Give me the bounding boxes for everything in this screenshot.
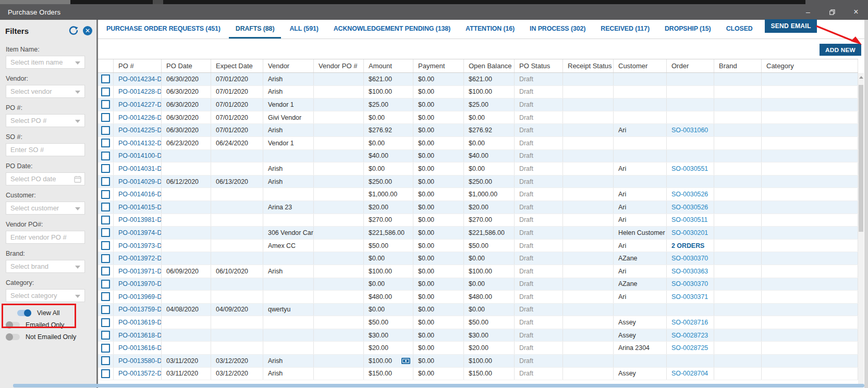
- add-new-button[interactable]: ADD NEW: [820, 44, 861, 56]
- filter-input-vendor-po[interactable]: Enter vendor PO #: [6, 231, 85, 244]
- row-checkbox[interactable]: [101, 190, 110, 199]
- scroll-up-arrow-icon[interactable]: [859, 76, 863, 79]
- order-link[interactable]: SO-0028725: [671, 344, 708, 352]
- po-number-link[interactable]: PO-0013969-D: [118, 293, 162, 301]
- row-checkbox[interactable]: [101, 331, 110, 340]
- po-number-link[interactable]: PO-0013619-D: [118, 319, 162, 326]
- row-checkbox[interactable]: [101, 318, 110, 327]
- horizontal-scrollbar-thumb[interactable]: [13, 384, 864, 387]
- tab-acknowledgement-pending-138[interactable]: ACKNOWLEDGEMENT PENDING (138): [327, 20, 457, 39]
- order-link[interactable]: SO-0030511: [671, 216, 707, 223]
- toggle-switch-emailed-only[interactable]: [6, 322, 20, 328]
- po-number-link[interactable]: PO-0013972-D: [118, 255, 162, 262]
- row-checkbox[interactable]: [101, 305, 110, 314]
- filter-input-po[interactable]: Select PO #: [6, 114, 85, 127]
- row-checkbox[interactable]: [101, 177, 110, 186]
- po-number-link[interactable]: PO-0014016-D: [118, 191, 162, 198]
- row-checkbox[interactable]: [101, 254, 110, 263]
- row-checkbox[interactable]: [101, 292, 110, 301]
- row-checkbox[interactable]: [101, 216, 110, 224]
- po-number-link[interactable]: PO-0014132-D: [118, 140, 162, 147]
- po-number-link[interactable]: PO-0013974-D: [118, 229, 162, 236]
- cell-payment: $0.00: [413, 368, 464, 380]
- order-link[interactable]: SO-0030370: [671, 255, 708, 262]
- cell-customer: [614, 150, 667, 162]
- po-status-text: Draft: [519, 191, 533, 198]
- po-number-link[interactable]: PO-0014100-D: [118, 152, 162, 159]
- tab-closed[interactable]: CLOSED: [719, 20, 760, 39]
- po-number-link[interactable]: PO-0014029-D: [118, 178, 162, 185]
- tab-all-591[interactable]: ALL (591): [283, 20, 325, 39]
- po-number-link[interactable]: PO-0014015-D: [118, 204, 162, 211]
- filter-input-customer[interactable]: Select customer: [6, 202, 85, 215]
- close-button[interactable]: ×: [844, 4, 868, 20]
- order-link[interactable]: SO-0030371: [671, 293, 708, 301]
- filter-input-brand[interactable]: Select brand: [6, 260, 85, 273]
- po-number-link[interactable]: PO-0013759-D: [118, 306, 162, 313]
- restore-button[interactable]: [820, 4, 844, 20]
- row-checkbox[interactable]: [101, 280, 110, 289]
- po-number-link[interactable]: PO-0014225-D: [118, 127, 162, 134]
- refresh-icon[interactable]: [68, 26, 79, 36]
- order-link[interactable]: 2 ORDERS: [671, 242, 704, 249]
- tab-drafts-88[interactable]: DRAFTS (88): [229, 20, 282, 39]
- po-number-link[interactable]: PO-0013981-D: [118, 216, 162, 223]
- row-checkbox[interactable]: [101, 113, 110, 122]
- po-number-link[interactable]: PO-0013580-D: [118, 357, 162, 365]
- send-email-button[interactable]: SEND EMAIL: [765, 19, 817, 33]
- tab-in-process-302[interactable]: IN PROCESS (302): [523, 20, 592, 39]
- po-number-link[interactable]: PO-0013970-D: [118, 280, 162, 287]
- po-number-link[interactable]: PO-0014228-D: [118, 88, 162, 95]
- order-link[interactable]: SO-0030551: [671, 165, 708, 172]
- toggle-switch-view-all[interactable]: [17, 310, 31, 316]
- order-link[interactable]: SO-0028704: [671, 370, 708, 377]
- row-checkbox[interactable]: [101, 203, 110, 211]
- row-checkbox[interactable]: [101, 126, 110, 135]
- row-checkbox[interactable]: [101, 139, 110, 147]
- order-link[interactable]: SO-0030370: [671, 280, 708, 287]
- vertical-scrollbar[interactable]: [858, 73, 864, 384]
- row-checkbox[interactable]: [101, 87, 110, 96]
- order-link[interactable]: SO-0028716: [671, 319, 708, 326]
- order-link[interactable]: SO-0030363: [671, 268, 708, 275]
- row-checkbox[interactable]: [101, 152, 110, 160]
- row-checkbox[interactable]: [101, 100, 110, 109]
- filter-input-category[interactable]: Select category: [6, 289, 85, 302]
- close-filters-icon[interactable]: ✕: [83, 26, 92, 35]
- order-link[interactable]: SO-0031060: [671, 127, 708, 134]
- po-number-link[interactable]: PO-0014227-D: [118, 101, 162, 108]
- order-link[interactable]: SO-0028723: [671, 332, 708, 339]
- row-checkbox[interactable]: [101, 164, 110, 173]
- tab-dropship-15[interactable]: DROPSHIP (15): [658, 20, 718, 39]
- po-number-link[interactable]: PO-0013973-D: [118, 242, 162, 249]
- po-number-link[interactable]: PO-0013572-D: [118, 370, 162, 377]
- row-checkbox[interactable]: [101, 267, 110, 276]
- row-checkbox[interactable]: [101, 241, 110, 250]
- filter-input-vendor[interactable]: Select vendor: [6, 85, 85, 98]
- order-link[interactable]: SO-0030201: [671, 229, 708, 236]
- po-number-link[interactable]: PO-0014031-D: [118, 165, 162, 172]
- amount-wrap: $20.00: [369, 204, 413, 211]
- row-checkbox[interactable]: [101, 74, 110, 83]
- po-number-link[interactable]: PO-0013971-D: [118, 268, 162, 275]
- filter-input-item-name[interactable]: Select item name: [6, 56, 85, 69]
- po-number-link[interactable]: PO-0014226-D: [118, 114, 162, 121]
- po-number-link[interactable]: PO-0013618-D: [118, 332, 162, 339]
- tab-received-117[interactable]: RECEIVED (117): [594, 20, 656, 39]
- filter-input-po-date[interactable]: Select PO date: [6, 172, 85, 185]
- order-link[interactable]: SO-0030526: [671, 204, 708, 211]
- minimize-button[interactable]: –: [796, 4, 820, 20]
- row-checkbox[interactable]: [101, 356, 110, 365]
- po-number-link[interactable]: PO-0013616-D: [118, 344, 162, 352]
- po-number-link[interactable]: PO-0014234-D: [118, 76, 162, 83]
- row-checkbox[interactable]: [101, 228, 110, 237]
- filter-input-so[interactable]: Enter SO #: [6, 143, 85, 156]
- order-link[interactable]: SO-0030526: [671, 191, 708, 198]
- row-checkbox[interactable]: [101, 344, 110, 353]
- tab-purchase-order-requests-451[interactable]: PURCHASE ORDER REQUESTS (451): [100, 20, 227, 39]
- vertical-scrollbar-thumb[interactable]: [859, 85, 863, 232]
- row-checkbox[interactable]: [101, 369, 110, 378]
- toggle-switch-not-emailed-only[interactable]: [6, 334, 20, 340]
- tab-attention-16[interactable]: ATTENTION (16): [459, 20, 521, 39]
- customer-text: Assey: [618, 332, 636, 339]
